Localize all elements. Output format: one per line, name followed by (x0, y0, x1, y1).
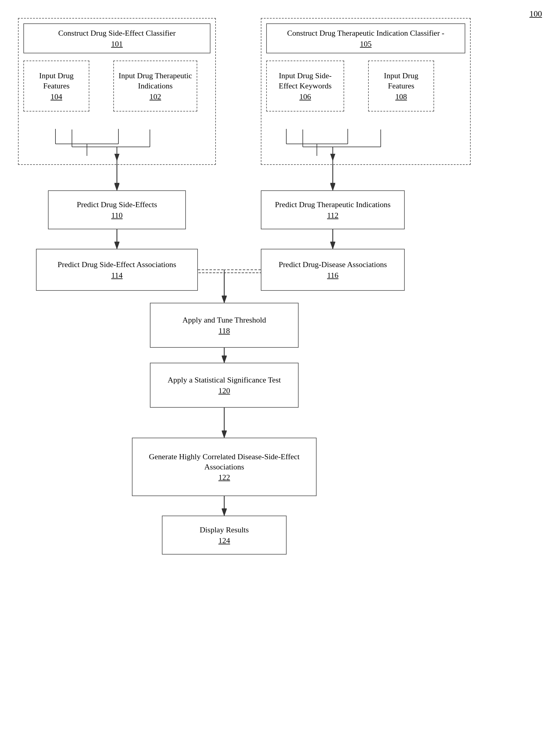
left-classifier-title: Construct Drug Side-Effect Classifier (27, 28, 207, 38)
box-124-ref: 124 (219, 536, 230, 545)
diagram-container: 100 (0, 0, 560, 747)
input-102-label: Input Drug Therapeutic Indications (117, 71, 194, 91)
input-102-box: Input Drug Therapeutic Indications 102 (113, 60, 197, 111)
box-120-ref: 120 (219, 386, 230, 395)
input-104-ref: 104 (51, 92, 62, 101)
input-108-ref: 108 (396, 92, 407, 101)
box-120: Apply a Statistical Significance Test 12… (150, 363, 299, 408)
box-118-label: Apply and Tune Threshold (182, 315, 266, 325)
box-110: Predict Drug Side-Effects 110 (48, 190, 186, 229)
box-122-ref: 122 (219, 473, 230, 482)
box-122-label: Generate Highly Correlated Disease-Side-… (137, 452, 312, 472)
left-classifier-title-box: Construct Drug Side-Effect Classifier 10… (23, 23, 210, 53)
main-ref: 100 (529, 9, 542, 19)
input-102-ref: 102 (150, 92, 161, 101)
input-106-box: Input Drug Side-Effect Keywords 106 (266, 60, 344, 111)
input-106-label: Input Drug Side-Effect Keywords (270, 71, 340, 91)
box-122: Generate Highly Correlated Disease-Side-… (132, 438, 316, 496)
input-108-label: Input Drug Features (372, 71, 431, 91)
box-120-label: Apply a Statistical Significance Test (168, 375, 281, 385)
box-110-label: Predict Drug Side-Effects (77, 200, 157, 210)
input-104-box: Input Drug Features 104 (23, 60, 89, 111)
right-classifier-title: Construct Drug Therapeutic Indication Cl… (270, 28, 462, 38)
left-classifier-ref: 101 (27, 40, 207, 49)
input-106-ref: 106 (300, 92, 311, 101)
input-108-box: Input Drug Features 108 (368, 60, 434, 111)
box-124-label: Display Results (200, 525, 249, 535)
left-classifier-box: Construct Drug Side-Effect Classifier 10… (18, 18, 216, 165)
box-116-ref: 116 (327, 271, 338, 280)
box-114: Predict Drug Side-Effect Associations 11… (36, 249, 198, 291)
box-114-label: Predict Drug Side-Effect Associations (57, 260, 176, 270)
box-124: Display Results 124 (162, 516, 287, 555)
box-116-label: Predict Drug-Disease Associations (279, 260, 387, 270)
right-classifier-ref: 105 (270, 40, 462, 49)
box-114-ref: 114 (111, 271, 123, 280)
box-112: Predict Drug Therapeutic Indications 112 (261, 190, 405, 229)
box-118-ref: 118 (219, 327, 230, 335)
box-112-label: Predict Drug Therapeutic Indications (275, 200, 391, 210)
box-110-ref: 110 (111, 211, 123, 220)
box-118: Apply and Tune Threshold 118 (150, 303, 299, 348)
input-104-label: Input Drug Features (27, 71, 86, 91)
box-112-ref: 112 (327, 211, 338, 220)
box-116: Predict Drug-Disease Associations 116 (261, 249, 405, 291)
right-classifier-box: Construct Drug Therapeutic Indication Cl… (261, 18, 471, 165)
